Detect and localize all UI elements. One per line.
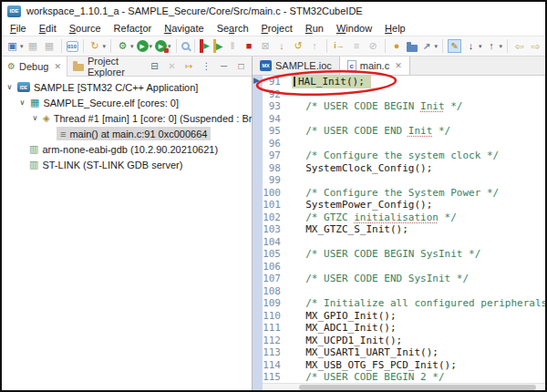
tab-sample-ioc[interactable]: MX SAMPLE.ioc <box>253 57 339 75</box>
tab-main-c[interactable]: c main.c ✕ <box>339 57 410 75</box>
menu-refactor[interactable]: Refactor <box>108 23 159 34</box>
code-line[interactable]: 110 MX_GPIO_Init(); <box>263 310 545 323</box>
marker-gutter[interactable]: ▶ <box>253 76 263 390</box>
step-return-icon[interactable]: ↑ <box>307 38 323 55</box>
step-filters-icon[interactable]: ≡ <box>349 38 365 55</box>
maximize-icon[interactable]: □ <box>234 58 248 75</box>
code-editor[interactable]: ▶ 91HAL_Init();9293 /* USER CODE BEGIN I… <box>253 76 545 390</box>
terminate-relaunch-icon[interactable]: ▶ <box>199 38 212 55</box>
line-number: 111 <box>263 322 286 335</box>
show-debug-toolbar-icon[interactable]: ↦ <box>182 58 196 75</box>
launch-icon[interactable]: ↗▾ <box>419 38 439 55</box>
open-element-icon[interactable] <box>406 38 418 55</box>
dropdown-arrow-icon[interactable]: ▾ <box>103 43 107 50</box>
menu-file[interactable]: File <box>4 23 33 34</box>
code-line[interactable]: 98 SystemClock_Config(); <box>263 162 545 175</box>
run-icon[interactable]: ▶▾ <box>136 38 154 55</box>
menu-source[interactable]: Source <box>63 23 108 34</box>
chevron-down-icon[interactable]: ∨ <box>18 98 26 107</box>
tree-item-launch[interactable]: ∨ IDE SAMPLE [STM32 C/C++ Application] <box>2 79 252 95</box>
code-line[interactable]: 112 MX_UCPD1_Init(); <box>263 335 545 347</box>
tab-debug[interactable]: ⚙ Debug ✕ <box>2 57 67 77</box>
code-line[interactable]: 99 <box>263 174 545 187</box>
close-icon[interactable]: ✕ <box>54 62 61 71</box>
code-line[interactable]: 97 /* Configure the system clock */ <box>263 150 545 162</box>
selected-row[interactable]: ≡ main() at main.c:91 0xc000664 <box>57 127 211 140</box>
console-icon[interactable]: ● <box>389 38 405 55</box>
code-line[interactable]: 113 MX_USART1_UART_Init(); <box>263 346 545 359</box>
line-number: 98 <box>263 162 286 175</box>
code-line[interactable]: 104 <box>263 236 545 249</box>
dropdown-arrow-icon[interactable]: ▾ <box>20 43 24 50</box>
code-line[interactable]: 95 /* USER CODE END Init */ <box>263 125 545 138</box>
code-line[interactable]: 109 /* Initialize all configured periphe… <box>263 297 545 310</box>
forward-icon[interactable]: ⇨ <box>528 38 543 55</box>
build-binary-icon[interactable]: 010 <box>66 38 79 55</box>
menu-window[interactable]: Window <box>330 23 378 34</box>
minimize-icon[interactable]: ─ <box>217 58 231 75</box>
tree-item-elf[interactable]: ∨ ▦ SAMPLE_Secure.elf [cores: 0] <box>2 95 252 110</box>
debug-icon[interactable]: ⚙▾ <box>115 38 135 55</box>
previous-annotation-icon[interactable]: ↑▾ <box>484 38 504 55</box>
flash-download-icon[interactable]: ↻▾ <box>88 38 108 55</box>
code-area[interactable]: 91HAL_Init();9293 /* USER CODE BEGIN Ini… <box>263 76 545 390</box>
code-line[interactable]: 105 /* USER CODE BEGIN SysInit */ <box>263 248 545 261</box>
save-all-icon[interactable]: ▦ <box>42 38 57 55</box>
mark-occurrences-icon[interactable]: ✎ <box>447 38 462 55</box>
menu-navigate[interactable]: Navigate <box>158 23 210 34</box>
code-line[interactable]: 103 MX_GTZC_S_Init(); <box>263 223 545 236</box>
save-icon[interactable]: ▦ <box>26 38 41 55</box>
search-icon[interactable] <box>181 38 191 55</box>
external-tools-icon[interactable]: ▶▾ <box>154 38 172 55</box>
horizontal-scrollbar[interactable] <box>263 383 545 390</box>
tree-item-stack-frame[interactable]: ≡ main() at main.c:91 0xc000664 <box>2 126 252 141</box>
menu-help[interactable]: Help <box>378 23 412 34</box>
code-line[interactable]: 115 /* USER CODE BEGIN 2 */ <box>263 371 545 384</box>
collapse-all-icon[interactable]: ⊟ <box>148 58 161 75</box>
view-menu-icon[interactable]: ⋮ <box>200 58 213 75</box>
instruction-stepping-icon[interactable]: i→ <box>331 38 348 55</box>
scrollbar-thumb[interactable] <box>299 385 536 390</box>
code-line[interactable]: 114 MX_USB_OTG_FS_PCD_Init(); <box>263 359 545 372</box>
menu-run[interactable]: Run <box>299 23 330 34</box>
dropdown-arrow-icon[interactable]: ▾ <box>479 43 482 50</box>
debug-view-icon: ⚙ <box>7 61 15 71</box>
code-line[interactable]: 108 <box>263 285 545 298</box>
menu-project[interactable]: Project <box>255 23 299 34</box>
code-line[interactable]: 102 /* GTZC initialisation */ <box>263 211 545 224</box>
dropdown-arrow-icon[interactable]: ▾ <box>435 43 439 50</box>
drop-to-frame-icon[interactable]: ⊘ <box>366 38 381 55</box>
code-line[interactable]: 94 <box>263 113 545 126</box>
resume-icon[interactable]: ▶ <box>212 38 224 55</box>
dropdown-arrow-icon[interactable]: ▾ <box>150 43 153 50</box>
menu-search[interactable]: Search <box>211 23 255 34</box>
next-annotation-icon[interactable]: ↓▾ <box>463 38 483 55</box>
dropdown-arrow-icon[interactable]: ▾ <box>500 43 503 50</box>
terminate-icon[interactable]: ■ <box>242 38 257 55</box>
step-over-icon[interactable]: ↺ <box>291 38 306 55</box>
code-line[interactable]: 93 /* USER CODE BEGIN Init */ <box>263 100 545 113</box>
code-line[interactable]: 107 /* USER CODE END SysInit */ <box>263 273 545 285</box>
code-line[interactable]: 101 SystemPower_Config(); <box>263 199 545 211</box>
tree-item-thread[interactable]: ∨ ◈ Thread #1 [main] 1 [core: 0] (Suspen… <box>2 110 252 126</box>
step-into-icon[interactable]: ↓ <box>274 38 290 55</box>
tree-item-gdb[interactable]: ▥ arm-none-eabi-gdb (10.2.90.20210621) <box>2 141 252 157</box>
disconnect-icon[interactable]: ⊠ <box>258 38 274 55</box>
code-line[interactable]: 111 MX_ADC1_Init(); <box>263 322 545 335</box>
back-icon[interactable]: ⇦ <box>511 38 527 55</box>
remove-terminated-icon[interactable]: ✕ <box>165 58 179 75</box>
chevron-down-icon[interactable]: ∨ <box>5 83 14 91</box>
chevron-down-icon[interactable]: ∨ <box>31 114 39 122</box>
suspend-icon[interactable]: ‖ <box>225 38 241 55</box>
new-wizard-icon[interactable]: ▣▾ <box>5 38 25 55</box>
code-line[interactable]: 106 <box>263 261 545 273</box>
code-line[interactable]: 92 <box>263 88 545 101</box>
menu-edit[interactable]: Edit <box>33 23 63 34</box>
tree-item-stlink[interactable]: ▥ ST-LINK (ST-LINK GDB server) <box>2 157 252 172</box>
tab-project-explorer[interactable]: Project Explorer <box>67 57 148 77</box>
code-line[interactable]: 91HAL_Init(); <box>263 76 545 88</box>
code-line[interactable]: 96 <box>263 138 545 150</box>
close-icon[interactable]: ✕ <box>395 61 402 70</box>
dropdown-arrow-icon[interactable]: ▾ <box>130 43 134 50</box>
code-line[interactable]: 100 /* Configure the System Power */ <box>263 187 545 200</box>
